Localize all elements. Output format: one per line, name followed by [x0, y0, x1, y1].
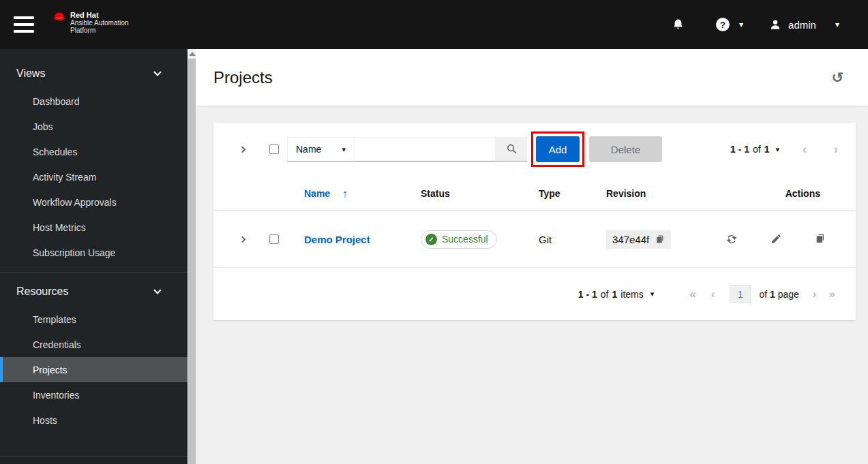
row-expand-chevron-icon[interactable] — [239, 236, 245, 243]
page-header: Projects ↺ — [196, 49, 868, 106]
sidebar-item-activity-stream[interactable]: Activity Stream — [0, 164, 188, 189]
sidebar-item-host-metrics[interactable]: Host Metrics — [0, 215, 188, 240]
sidebar-item-label: Workflow Approvals — [33, 197, 117, 208]
revision-value: 347e44f — [612, 234, 649, 245]
sidebar-item-schedules[interactable]: Schedules — [0, 139, 188, 164]
pagination-range: 1 - 1 — [730, 144, 749, 155]
sidebar-item-templates[interactable]: Templates — [0, 307, 188, 332]
table-row: Demo Project ✓ Successful Git 347e44f — [213, 211, 856, 268]
brand-line1: Red Hat — [70, 11, 129, 19]
sidebar-item-label: Dashboard — [33, 96, 80, 107]
footer-page-nav: « ‹ of 1 page › » — [689, 285, 835, 303]
sidebar-item-label: Projects — [33, 365, 68, 375]
search-input[interactable] — [355, 137, 496, 161]
sync-icon — [725, 233, 738, 245]
row-checkbox[interactable] — [269, 234, 279, 244]
sidebar-item-label: Hosts — [33, 415, 57, 426]
sidebar-item-dashboard[interactable]: Dashboard — [0, 89, 188, 114]
select-all-checkbox[interactable] — [269, 144, 279, 154]
history-icon[interactable]: ↺ — [831, 70, 843, 84]
column-header-actions: Actions — [725, 188, 828, 199]
question-circle-icon[interactable]: ? — [716, 18, 730, 31]
page-title: Projects — [213, 68, 273, 87]
nav-divider — [0, 457, 188, 457]
sidebar-item-label: Templates — [33, 314, 76, 325]
sidebar-item-jobs[interactable]: Jobs — [0, 114, 188, 139]
prev-page-icon[interactable]: ‹ — [803, 142, 807, 157]
nav-group-resources-label: Resources — [16, 285, 68, 298]
red-highlight-annotation: Add — [531, 132, 584, 167]
pagination-of-label: of — [753, 144, 761, 155]
pagination-total: 1 — [764, 144, 770, 155]
edit-project-button[interactable] — [770, 233, 782, 245]
revision-chip[interactable]: 347e44f — [606, 230, 671, 249]
column-header-name[interactable]: Name ↑ — [304, 187, 421, 199]
footer-items-range: 1 - 1 — [578, 289, 597, 300]
nav-toggle-icon[interactable] — [14, 16, 34, 33]
help-menu[interactable]: ? ▾ — [716, 18, 743, 31]
prev-page-icon[interactable]: ‹ — [711, 288, 715, 301]
search-icon — [506, 143, 518, 155]
notifications-bell-icon[interactable] — [672, 18, 685, 31]
sidebar-item-label: Subscription Usage — [33, 247, 115, 258]
sidebar-item-label: Activity Stream — [33, 172, 96, 183]
sidebar-nav: Views Dashboard Jobs Schedules Activity … — [0, 49, 188, 464]
delete-button[interactable]: Delete — [589, 136, 662, 162]
sidebar-item-label: Host Metrics — [33, 222, 86, 233]
user-name: admin — [788, 19, 816, 31]
nav-group-views[interactable]: Views — [0, 59, 188, 89]
next-page-icon[interactable]: › — [813, 288, 817, 301]
nav-group-resources[interactable]: Resources — [0, 277, 188, 307]
sync-project-button[interactable] — [725, 233, 738, 245]
redhat-fedora-icon — [52, 11, 67, 22]
expand-all-chevron-icon[interactable] — [239, 146, 245, 153]
main-content: Projects ↺ Name ▾ Add Delete 1 - 1 — [196, 49, 868, 464]
project-name-link[interactable]: Demo Project — [304, 234, 421, 245]
items-caret-down-icon: ▾ — [650, 290, 655, 298]
add-button[interactable]: Add — [536, 136, 580, 162]
column-header-revision: Revision — [606, 188, 725, 199]
sidebar-item-label: Jobs — [33, 121, 53, 132]
copy-icon[interactable] — [655, 234, 665, 244]
list-toolbar: Name ▾ Add Delete 1 - 1 of 1 ▾ ‹ › — [213, 123, 856, 176]
sidebar-item-workflow-approvals[interactable]: Workflow Approvals — [0, 189, 188, 215]
search-button[interactable] — [496, 137, 527, 161]
sidebar-item-inventories[interactable]: Inventories — [0, 382, 188, 407]
copy-project-button[interactable] — [815, 233, 826, 245]
vertical-scrollbar[interactable] — [188, 49, 196, 464]
check-circle-icon: ✓ — [425, 234, 437, 245]
filter-attribute-select[interactable]: Name ▾ — [287, 137, 355, 161]
next-page-icon[interactable]: › — [834, 142, 838, 157]
masthead: Red Hat Ansible Automation Platform ? ▾ … — [0, 0, 868, 49]
status-label: Successful — [442, 234, 488, 245]
user-caret-down-icon[interactable]: ▾ — [835, 20, 839, 29]
sidebar-item-hosts[interactable]: Hosts — [0, 407, 188, 433]
items-per-page-menu[interactable]: 1 - 1 of 1 items ▾ — [578, 289, 654, 300]
scrollbar-up-arrow-icon[interactable] — [189, 52, 196, 56]
table-header-row: Name ↑ Status Type Revision Actions — [213, 176, 856, 211]
chevron-down-icon — [153, 286, 161, 294]
brand-line2: Ansible Automation — [70, 19, 129, 27]
filter-attribute-value: Name — [296, 144, 321, 155]
footer-items-total: 1 — [612, 289, 618, 300]
sort-ascending-icon[interactable]: ↑ — [342, 187, 348, 199]
copy-icon — [815, 233, 826, 245]
footer-items-of-label: of — [601, 289, 609, 300]
status-badge[interactable]: ✓ Successful — [421, 230, 497, 249]
scrollbar-thumb[interactable] — [188, 59, 196, 464]
pagination-caret-down-icon[interactable]: ▾ — [775, 145, 779, 154]
footer-page-of: of 1 page — [759, 289, 798, 300]
current-page-input[interactable] — [730, 285, 751, 303]
table-footer-pagination: 1 - 1 of 1 items ▾ « ‹ of 1 page › » — [213, 268, 856, 320]
sidebar-item-subscription-usage[interactable]: Subscription Usage — [0, 240, 188, 265]
sidebar-item-label: Schedules — [33, 146, 77, 157]
sidebar-item-label: Credentials — [33, 339, 81, 350]
last-page-icon[interactable]: » — [829, 288, 835, 301]
nav-group-views-label: Views — [16, 67, 45, 80]
sidebar-item-credentials[interactable]: Credentials — [0, 332, 188, 357]
user-menu[interactable]: admin ▾ — [769, 18, 839, 31]
first-page-icon[interactable]: « — [689, 288, 695, 301]
page-of-label: of — [759, 289, 767, 300]
help-caret-down-icon[interactable]: ▾ — [739, 20, 743, 29]
sidebar-item-projects[interactable]: Projects — [0, 357, 188, 382]
